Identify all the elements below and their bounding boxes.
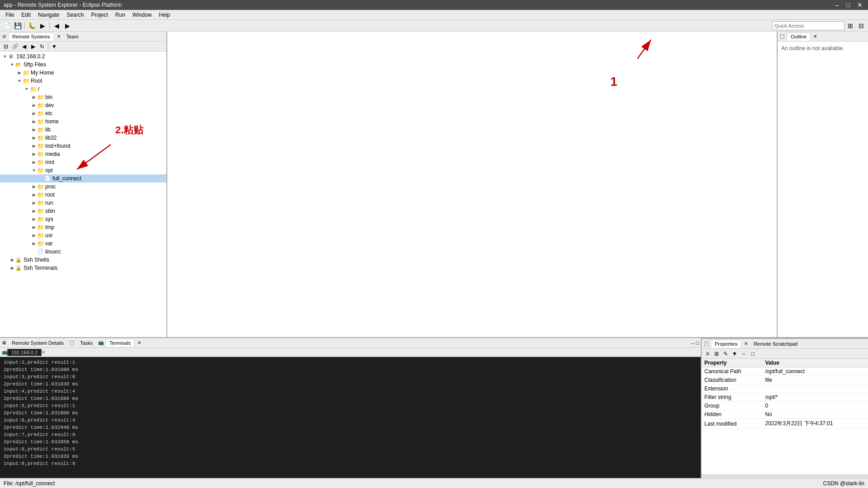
menu-project[interactable]: Project <box>87 11 111 19</box>
tree-item-slash[interactable]: ▼ 📁 / <box>0 85 166 93</box>
menu-help[interactable]: Help <box>156 11 174 19</box>
toolbar-fwd-btn2[interactable]: ▶ <box>29 42 37 51</box>
props-toolbar-btn1[interactable]: ≡ <box>703 350 712 358</box>
close-button[interactable]: ✕ <box>855 1 864 9</box>
tree-item-sftp[interactable]: ▼ 📂 Sftp Files <box>0 61 166 69</box>
toggle-media[interactable]: ▶ <box>31 151 37 157</box>
toggle-bin[interactable]: ▶ <box>31 94 37 100</box>
tree-item-bin[interactable]: ▶ 📁 bin <box>0 93 166 101</box>
tree-item-lib[interactable]: ▶ 📁 lib <box>0 126 166 134</box>
tree-item-proc[interactable]: ▶ 📁 proc <box>0 183 166 191</box>
tree-item-opt[interactable]: ▼ 📁 opt <box>0 166 166 174</box>
tree-item-dev[interactable]: ▶ 📁 dev <box>0 101 166 109</box>
toolbar-perspective-btn[interactable]: ⊞ <box>845 21 855 31</box>
maximize-button[interactable]: □ <box>844 1 852 9</box>
tree-item-root2[interactable]: ▶ 📁 root <box>0 191 166 199</box>
toggle-lib[interactable]: ▶ <box>31 127 37 133</box>
toolbar-new-btn[interactable]: 📄 <box>2 21 12 31</box>
menu-navigate[interactable]: Navigate <box>34 11 63 19</box>
toggle-proc[interactable]: ▶ <box>31 183 37 190</box>
menu-file[interactable]: File <box>2 11 18 19</box>
tab-team[interactable]: Team <box>62 33 83 41</box>
toolbar-link-btn[interactable]: 🔗 <box>11 42 19 51</box>
minimize-terminal[interactable]: – <box>691 340 694 346</box>
menu-search[interactable]: Search <box>63 11 87 19</box>
tree-item-ssh-shells[interactable]: ▶ 🔒 Ssh Shells <box>0 256 166 264</box>
toggle-ssh-shells[interactable]: ▶ <box>9 257 15 263</box>
toggle-sys[interactable]: ▶ <box>31 216 37 222</box>
props-scrollbar[interactable] <box>702 474 868 478</box>
minimize-button[interactable]: – <box>834 1 841 9</box>
toolbar-refresh-btn[interactable]: ↻ <box>38 42 46 51</box>
toggle-root2[interactable]: ▶ <box>31 192 37 198</box>
tree-item-linuxrc[interactable]: 📄 linuxrc <box>0 248 166 256</box>
toggle-lib32[interactable]: ▶ <box>31 135 37 141</box>
toggle-home[interactable]: ▶ <box>31 118 37 125</box>
tree-item-full-connect[interactable]: 📄 full_connect <box>0 174 166 183</box>
toolbar-back-btn[interactable]: ◀ <box>52 21 61 31</box>
tree-item-home[interactable]: ▶ 📁 home <box>0 117 166 126</box>
toggle-var[interactable]: ▶ <box>31 240 37 247</box>
close-terminal-ip[interactable]: ✕ <box>42 350 45 355</box>
toggle-lostfound[interactable]: ▶ <box>31 143 37 149</box>
toggle-ip[interactable]: ▼ <box>2 53 8 60</box>
toggle-mnt[interactable]: ▶ <box>31 159 37 165</box>
close-remote-systems[interactable]: ✕ <box>57 34 61 39</box>
toolbar-back-btn2[interactable]: ◀ <box>20 42 28 51</box>
props-toolbar-btn4[interactable]: ▼ <box>731 350 739 358</box>
close-outline[interactable]: ✕ <box>813 34 817 39</box>
tree-item-mnt[interactable]: ▶ 📁 mnt <box>0 158 166 166</box>
menu-window[interactable]: Window <box>129 11 156 19</box>
tree-item-var[interactable]: ▶ 📁 var <box>0 239 166 248</box>
props-toolbar-btn3[interactable]: ✎ <box>722 350 730 358</box>
tree-item-ssh-terminals[interactable]: ▶ 🔒 Ssh Terminals <box>0 264 166 272</box>
toolbar-filter-btn[interactable]: ▼ <box>50 42 58 51</box>
toolbar-view-btn[interactable]: ⊟ <box>856 21 866 31</box>
quick-access-box[interactable]: Quick Access <box>772 21 844 30</box>
tree-item-lostfound[interactable]: ▶ 📁 lost+found <box>0 142 166 150</box>
tree-item-root[interactable]: ▼ 📁 Root <box>0 77 166 85</box>
toolbar-save-btn[interactable]: 💾 <box>13 21 23 31</box>
toggle-dev[interactable]: ▶ <box>31 102 37 108</box>
toolbar-collapse-btn[interactable]: ⊟ <box>2 42 10 51</box>
tree-item-run[interactable]: ▶ 📁 run <box>0 199 166 207</box>
tab-terminal-ip[interactable]: 192.168.0.2 <box>7 349 42 356</box>
tree-item-sbin[interactable]: ▶ 📁 sbin <box>0 207 166 215</box>
tab-remote-scratchpad[interactable]: Remote Scratchpad <box>750 340 802 348</box>
tree-item-usr[interactable]: ▶ 📁 usr <box>0 231 166 239</box>
tab-remote-systems[interactable]: Remote Systems <box>8 33 54 41</box>
close-terminals[interactable]: ✕ <box>137 340 141 345</box>
tree-item-ip[interactable]: ▼ 🖥 192.168.0.2 <box>0 52 166 61</box>
tree-item-media[interactable]: ▶ 📁 media <box>0 150 166 158</box>
props-toolbar-btn5[interactable]: – <box>740 350 748 358</box>
toggle-root[interactable]: ▼ <box>16 78 23 84</box>
tree-item-etc[interactable]: ▶ 📁 etc <box>0 109 166 117</box>
toggle-sbin[interactable]: ▶ <box>31 208 37 214</box>
maximize-terminal[interactable]: □ <box>696 340 699 346</box>
tree-item-lib32[interactable]: ▶ 📁 lib32 <box>0 134 166 142</box>
toggle-myhome[interactable]: ▶ <box>16 70 23 76</box>
toggle-usr[interactable]: ▶ <box>31 232 37 239</box>
tab-terminals[interactable]: Terminals <box>105 339 135 347</box>
props-toolbar-btn6[interactable]: □ <box>749 350 757 358</box>
toggle-slash[interactable]: ▼ <box>24 86 30 92</box>
toolbar-fwd-btn[interactable]: ▶ <box>62 21 72 31</box>
tree-item-sys[interactable]: ▶ 📁 sys <box>0 215 166 223</box>
props-toolbar-btn2[interactable]: ⊞ <box>712 350 721 358</box>
toggle-run[interactable]: ▶ <box>31 200 37 206</box>
menu-run[interactable]: Run <box>112 11 129 19</box>
close-properties[interactable]: ✕ <box>744 341 748 346</box>
tree-item-tmp[interactable]: ▶ 📁 tmp <box>0 223 166 231</box>
toggle-opt[interactable]: ▼ <box>31 167 37 174</box>
tab-outline[interactable]: Outline <box>787 33 811 41</box>
tab-tasks[interactable]: Tasks <box>76 339 96 347</box>
menu-edit[interactable]: Edit <box>18 11 34 19</box>
tree-item-myhome[interactable]: ▶ 📁 My Home <box>0 69 166 77</box>
toggle-tmp[interactable]: ▶ <box>31 224 37 230</box>
toggle-sftp[interactable]: ▼ <box>9 61 15 68</box>
toolbar-debug-btn[interactable]: 🐛 <box>27 21 37 31</box>
toggle-etc[interactable]: ▶ <box>31 110 37 117</box>
tab-properties[interactable]: Properties <box>711 340 741 348</box>
toggle-ssh-terminals[interactable]: ▶ <box>9 265 15 271</box>
tab-remote-details[interactable]: Remote System Details <box>8 339 67 347</box>
